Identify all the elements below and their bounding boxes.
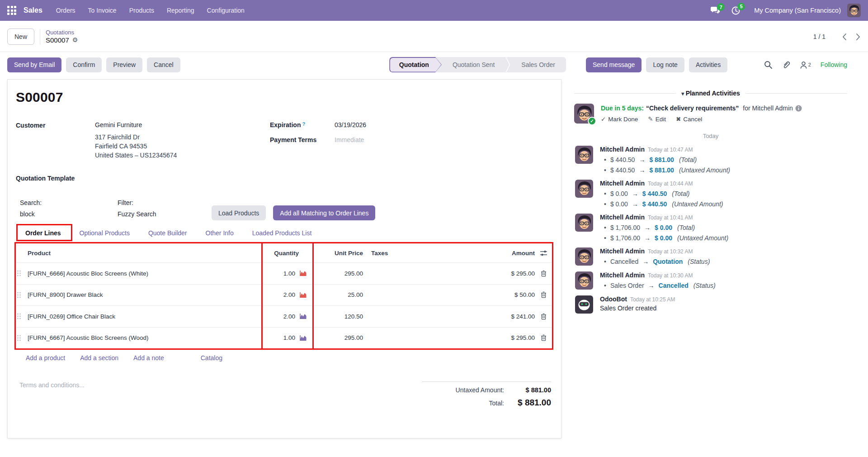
breadcrumb: Quotations S00007 [40,29,78,45]
product-cell[interactable]: [FURN_0269] Office Chair Black [28,313,115,320]
pager-previous-icon[interactable] [842,33,847,41]
drag-handle-icon[interactable] [16,313,28,320]
filter-input[interactable]: Fuzzy Search [118,210,212,218]
log-note-button[interactable]: Log note [646,57,684,72]
followers-count: 2 [808,62,811,67]
tab-quote-builder[interactable]: Quote Builder [148,229,187,237]
column-taxes[interactable]: Taxes [366,250,413,257]
activity-info-icon[interactable] [795,105,802,112]
unit-price-cell[interactable]: 120.50 [313,313,366,320]
message-time: Today at 10:30 AM [648,272,693,279]
unit-price-cell[interactable]: 25.00 [313,291,366,298]
edit-activity-button[interactable]: ✎Edit [648,115,666,123]
breadcrumb-quotations[interactable]: Quotations [46,29,78,36]
confirm-button[interactable]: Confirm [66,57,102,72]
nav-item-configuration[interactable]: Configuration [207,7,245,14]
quantity-cell[interactable]: 2.00 [283,291,295,298]
status-step-quotation-sent[interactable]: Quotation Sent [442,57,505,72]
message-time: Today at 10:25 AM [630,296,675,303]
status-step-sales-order[interactable]: Sales Order [510,57,566,72]
forecast-chart-icon[interactable] [299,292,307,298]
attachments-paperclip-icon[interactable] [782,61,790,69]
optional-columns-icon[interactable] [535,250,552,257]
message-time: Today at 10:44 AM [648,181,693,187]
drag-handle-icon[interactable] [16,270,28,277]
messages-icon[interactable]: 7 [710,6,720,14]
cancel-button[interactable]: Cancel [147,57,180,72]
add-a-product-link[interactable]: Add a product [26,354,65,362]
send-message-button[interactable]: Send message [586,57,642,72]
send-by-email-button[interactable]: Send by Email [7,57,61,72]
search-input[interactable]: block [20,210,118,218]
new-button[interactable]: New [7,29,34,45]
planned-activities-header[interactable]: Planned Activities [681,90,740,97]
unit-price-cell[interactable]: 295.00 [313,334,366,341]
nav-item-orders[interactable]: Orders [56,7,75,14]
delete-row-icon[interactable] [535,291,552,298]
tracking-line: CancelledQuotation(Status) [600,258,847,265]
quantity-cell[interactable]: 1.00 [283,270,295,277]
add-a-section-link[interactable]: Add a section [80,354,118,362]
pager-next-icon[interactable] [856,33,861,41]
payment-terms-value[interactable]: Immediate [335,136,364,143]
tab-order-lines[interactable]: Order Lines [25,229,61,237]
add-a-note-link[interactable]: Add a note [133,354,164,362]
catalog-link[interactable]: Catalog [201,354,222,362]
expiration-value[interactable]: 03/19/2026 [335,121,366,129]
table-row: [FURN_8900] Drawer Black 2.00 25.00 $ 50… [16,284,552,306]
quantity-cell[interactable]: 2.00 [283,313,295,320]
forecast-chart-icon[interactable] [299,270,307,276]
column-quantity[interactable]: Quantity [244,250,313,257]
chatter-message: Mitchell AdminToday at 10:47 AM $ 440.50… [574,146,847,174]
customer-name[interactable]: Gemini Furniture [95,121,177,129]
nav-item-to-invoice[interactable]: To Invoice [88,7,117,14]
product-cell[interactable]: [FURN_6666] Acoustic Bloc Screens (White… [28,270,148,277]
user-avatar[interactable] [847,4,861,17]
mark-done-button[interactable]: ✓Mark Done [601,115,638,123]
forecast-chart-icon[interactable] [299,335,307,341]
message-avatar [575,248,593,266]
column-unit-price[interactable]: Unit Price [313,250,366,257]
activity-check-badge-icon [588,117,596,125]
app-name[interactable]: Sales [24,6,42,14]
tab-optional-products[interactable]: Optional Products [80,229,130,237]
company-switcher[interactable]: My Company (San Francisco) [754,7,841,14]
record-actions-gear-icon[interactable] [72,36,78,44]
status-step-quotation[interactable]: Quotation [389,57,442,72]
preview-button[interactable]: Preview [106,57,142,72]
cancel-activity-button[interactable]: ✖Cancel [676,115,702,123]
message-time: Today at 10:47 AM [648,147,693,153]
tab-other-info[interactable]: Other Info [206,229,234,237]
delete-row-icon[interactable] [535,313,552,320]
message-author: Mitchell Admin [600,248,645,255]
delete-row-icon[interactable] [535,270,552,277]
search-label: Search: [20,199,118,206]
terms-and-conditions-input[interactable]: Terms and conditions... [19,381,422,412]
unit-price-cell[interactable]: 295.00 [313,270,366,277]
apps-grid-icon[interactable] [7,6,16,15]
product-cell[interactable]: [FURN_6667] Acoustic Bloc Screens (Wood) [28,334,149,341]
expiration-help-icon[interactable]: ? [301,121,305,127]
drag-handle-icon[interactable] [16,291,28,299]
load-products-button[interactable]: Load Products [212,205,266,220]
column-product[interactable]: Product [16,250,244,257]
forecast-chart-icon[interactable] [299,313,307,319]
search-messages-icon[interactable] [764,61,773,69]
chatter-message: Mitchell AdminToday at 10:32 AM Cancelle… [574,248,847,266]
followers-icon[interactable]: 2 [800,61,811,69]
following-toggle[interactable]: Following [821,61,847,68]
drag-handle-icon[interactable] [16,334,28,342]
message-time: Today at 10:41 AM [648,214,693,221]
message-author: Mitchell Admin [600,271,645,279]
top-navbar: Sales Orders To Invoice Products Reporti… [0,0,868,21]
notebook-tabs: Order Lines Optional Products Quote Buil… [16,229,552,242]
tab-loaded-products-list[interactable]: Loaded Products List [252,229,312,237]
activities-button[interactable]: Activities [689,57,727,72]
quantity-cell[interactable]: 1.00 [283,334,295,341]
nav-item-reporting[interactable]: Reporting [167,7,194,14]
product-cell[interactable]: [FURN_8900] Drawer Black [28,291,103,298]
delete-row-icon[interactable] [535,334,552,341]
activities-clock-icon[interactable]: 5 [731,6,741,15]
add-all-matching-button[interactable]: Add all Matching to Order Lines [273,205,375,220]
nav-item-products[interactable]: Products [129,7,154,14]
